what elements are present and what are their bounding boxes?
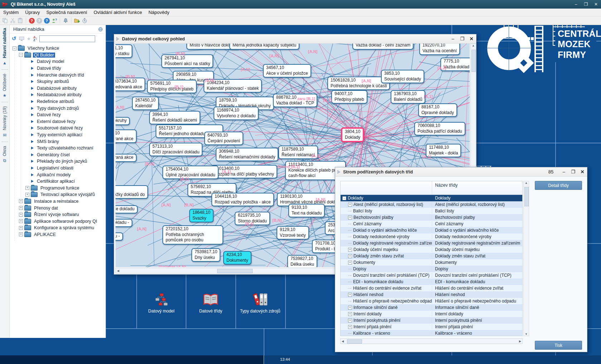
app-close-button[interactable]: ✕ bbox=[591, 0, 601, 8]
diagram-node-7060088-10[interactable]: 7060088,10Položka patřící dokladu bbox=[414, 122, 465, 136]
expand-icon[interactable]: + bbox=[348, 203, 352, 207]
folder-add-icon[interactable] bbox=[73, 17, 81, 24]
diagram-window-titlebar[interactable]: Datový model celkový pohled – ❐ ✕ bbox=[114, 34, 476, 44]
diagram-node-306948-10[interactable]: 306948,10Řešení reklamačními doklady bbox=[216, 148, 278, 161]
menu-item-syst-m[interactable]: Systém bbox=[0, 9, 22, 16]
diagram-node-vazba-doklad-celn-z-znam[interactable]: Vazba doklad - celní záznam bbox=[352, 44, 414, 50]
tree-item-aplikace-softwarov-podpory-qi[interactable]: +Aplikace softwarové podpory QI bbox=[10, 218, 106, 225]
class-row-informace-silni-n-dan-[interactable]: +Informace silniční daněInformace silnič… bbox=[341, 304, 522, 311]
expand-icon[interactable]: + bbox=[348, 306, 352, 310]
expand-icon[interactable]: + bbox=[19, 199, 23, 203]
tree-search-input[interactable] bbox=[39, 35, 95, 42]
diagram-node-ce-dokladu[interactable]: ce dokladu bbox=[116, 205, 138, 213]
class-row-doklady-etn-majetku[interactable]: +Doklady účetní majetkuDoklady účetní ma… bbox=[341, 246, 522, 253]
expand-icon[interactable]: + bbox=[348, 319, 352, 323]
class-row-intern-poskytnut-pln-n-[interactable]: +Interní poskytnutá plněníInterní poskyt… bbox=[341, 317, 522, 324]
tree-item-texty-u-ivatelsk-ho-rozhran-[interactable]: Texty uživatelského rozhraní bbox=[10, 145, 106, 152]
desktop-icon-typy-datov-ch-zdroj-[interactable]: Typy datových zdrojů bbox=[237, 291, 283, 314]
diagram-node-9133-10[interactable]: 9133,10Text na dokladu bbox=[288, 204, 325, 217]
class-row-bezhotovostn-platby[interactable]: +Bezhotovostní platbyBezhotovostní platb… bbox=[341, 214, 522, 221]
maximize-icon[interactable]: ❐ bbox=[458, 35, 467, 43]
diagram-node-9129-10[interactable]: 9129,10Vzorové texty bbox=[277, 226, 309, 240]
expand-icon[interactable]: + bbox=[348, 325, 352, 329]
tree-item-souborov-datov-ezy[interactable]: Souborové datové řezy bbox=[10, 125, 106, 132]
star-icon[interactable]: ★ bbox=[27, 36, 31, 41]
diagram-node-4234-10[interactable]: 4234,10Dokumenty bbox=[223, 251, 251, 265]
sidebar-tab-novinky-19-[interactable]: Novinky (19)✉ bbox=[0, 103, 9, 140]
sidebar-tab-okna[interactable]: Okna⧉ bbox=[0, 143, 9, 166]
menu-item--pravy[interactable]: Úpravy bbox=[22, 9, 43, 16]
stopwatch-icon[interactable] bbox=[81, 17, 88, 24]
tree-item-gener-tory-sel[interactable]: Generátory čísel bbox=[10, 152, 106, 158]
tree-item-qi-builder[interactable]: −QI Builder bbox=[10, 52, 106, 59]
diagram-node-m-rn-jednotka-kapacity-subjektu[interactable]: Měrná jednotka kapacity subjektu bbox=[229, 44, 299, 50]
column-header-nazev-tridy[interactable]: Název třídy bbox=[432, 181, 522, 195]
expand-icon[interactable]: + bbox=[348, 216, 352, 220]
diagram-node-571313-10[interactable]: 571313,10Dílčí zpracování dokladu bbox=[149, 143, 202, 156]
expand-icon[interactable]: + bbox=[19, 213, 23, 217]
tree-item-programov-funkce[interactable]: +Programové funkce bbox=[10, 185, 106, 191]
class-row-intern-p-ijat-pln-n-[interactable]: +Interní přijatá plněníInterní přijatá p… bbox=[341, 324, 522, 330]
table-vertical-scrollbar[interactable]: ▲▼ bbox=[523, 181, 529, 336]
expand-icon[interactable]: + bbox=[348, 261, 352, 265]
tree-item-aplikace[interactable]: +APLIKACE bbox=[10, 231, 106, 238]
diagram-node-okruhy[interactable]: okruhy bbox=[116, 117, 130, 125]
tisk-button[interactable]: Tisk bbox=[535, 341, 582, 350]
expand-icon[interactable]: + bbox=[19, 232, 23, 236]
menu-item-n-pov-dy[interactable]: Nápovědy bbox=[145, 9, 173, 16]
diagram-node-1-10[interactable]: 1,10y statku bbox=[116, 44, 132, 58]
sort-az-icon[interactable]: AZ↕ bbox=[33, 36, 38, 41]
tree-item-legislativn-oblasti[interactable]: Legislativní oblasti bbox=[10, 165, 106, 172]
diagram-node--10[interactable]: ,10položky dokladů do bbox=[116, 185, 148, 199]
diagram-node-2720152-10[interactable]: 2720152,10Potřeba ochranných pomůcek pro… bbox=[162, 225, 223, 245]
expand-icon[interactable]: + bbox=[348, 293, 352, 297]
menu-item-ovl-d-n-aktivn-funkce[interactable]: Ovládání aktivní funkce bbox=[91, 9, 145, 16]
tree-item-extern-datov-ezy[interactable]: Externí datové řezy bbox=[10, 118, 106, 125]
class-row-hl-en-do-centr-ln-evidence-zv-at[interactable]: Hlášení do centrální evidence zvířatHláš… bbox=[341, 285, 522, 291]
class-row-dopisy[interactable]: DopisyDopisy bbox=[341, 266, 522, 272]
diagram-node-640793-10[interactable]: 640793,10Čerpání povolení bbox=[204, 132, 243, 145]
diagram-node-1367903-10[interactable]: 1367903,10Balení dokladů bbox=[391, 90, 425, 104]
sidebar-tab-obl-ben-[interactable]: Oblíbené★ bbox=[0, 71, 9, 101]
close-icon[interactable]: ✕ bbox=[578, 168, 587, 176]
class-row-doklady[interactable]: −DokladyDoklady bbox=[341, 195, 522, 201]
tree-item-instalace-a-reinstalace[interactable]: +Instalace a reinstalace bbox=[10, 198, 106, 205]
class-row-hl-en-o-p-eprav-nebezpe-n-ho-odpadu[interactable]: Hlášení o přepravě nebezpečného odpaduHl… bbox=[341, 298, 522, 304]
diagram-node-1754004-10[interactable]: 1754004,10Úplné zpracování dokladu bbox=[162, 166, 219, 179]
collapse-icon[interactable]: − bbox=[13, 46, 16, 50]
class-row-doklad-o-vyd-n-aktiva-n-ho-kl-e[interactable]: Doklad o vydání aktivačního klíčeDoklad … bbox=[341, 227, 522, 233]
class-row-hl-en-neshod[interactable]: +Hlášení neshodHlášení neshod bbox=[341, 291, 522, 298]
tree-item-datov-model[interactable]: Datový model bbox=[10, 58, 106, 65]
user-help-icon[interactable]: ? bbox=[50, 17, 58, 24]
class-row-atest-m-ic-protokol-rozborov-list-[interactable]: +Atest (měřicí protokol, rozborový list)… bbox=[341, 201, 522, 208]
diagram-node-34567-10[interactable]: 34567,10Akce v účetní položce bbox=[263, 64, 311, 78]
tree-item-skupiny-atribut-[interactable]: Skupiny atributů bbox=[10, 78, 106, 85]
maximize-icon[interactable]: ❐ bbox=[568, 168, 578, 176]
diagram-node-van-akce[interactable]: vaná akce bbox=[116, 154, 137, 162]
cut-icon[interactable] bbox=[9, 17, 16, 24]
diagram-node-23373634-10[interactable]: 23373634,10Sledovaná akce bbox=[116, 78, 145, 91]
tree-item-sms-br-ny[interactable]: SMS brány bbox=[10, 138, 106, 145]
expand-icon[interactable]: + bbox=[25, 193, 29, 197]
expand-icon[interactable]: + bbox=[19, 206, 23, 210]
collapse-icon[interactable]: − bbox=[19, 53, 23, 57]
diagram-node-3994-10[interactable]: 3994,10Řešení dokladů akcemi bbox=[149, 111, 200, 124]
bell-icon[interactable] bbox=[62, 17, 69, 24]
expand-icon[interactable]: + bbox=[348, 248, 352, 252]
tree-item-aplika-n-modely[interactable]: Aplikační modely bbox=[10, 171, 106, 178]
diagram-node-1922070-10[interactable]: 1922070,10Vazba na ocenění bbox=[419, 44, 460, 55]
class-row-celn-z-znamy[interactable]: Celní záznamyCelní záznamy bbox=[341, 221, 522, 227]
app-minimize-button[interactable]: – bbox=[571, 0, 581, 8]
tree-item-datov-ezy[interactable]: Datové řezy bbox=[10, 112, 106, 118]
tree-item-konfigurace-a-spr-va-syst-mu[interactable]: +Konfigurace a správa systému bbox=[10, 225, 106, 231]
column-header-tree[interactable] bbox=[341, 181, 432, 195]
class-row-balic-listy[interactable]: Balicí listyBalicí listy bbox=[341, 208, 522, 214]
diagram-node-3804-10[interactable]: 3804,10Doklady bbox=[341, 127, 364, 142]
expand-icon[interactable]: + bbox=[19, 226, 23, 230]
tree-item-typy-datov-ch-zdroj-[interactable]: Typy datových zdrojů bbox=[10, 105, 106, 112]
diagram-node-okladu-[interactable]: okladu - bbox=[116, 219, 132, 227]
diagram-node-1044116-10[interactable]: 1044116,10Rozpad vazby položka - akce bbox=[211, 193, 274, 206]
tree-item-p-enosy-dat[interactable]: +Přenosy dat bbox=[10, 205, 106, 211]
minimize-icon[interactable]: – bbox=[559, 168, 568, 176]
class-row-dokumenty[interactable]: +DokumentyDokumenty bbox=[341, 259, 522, 266]
